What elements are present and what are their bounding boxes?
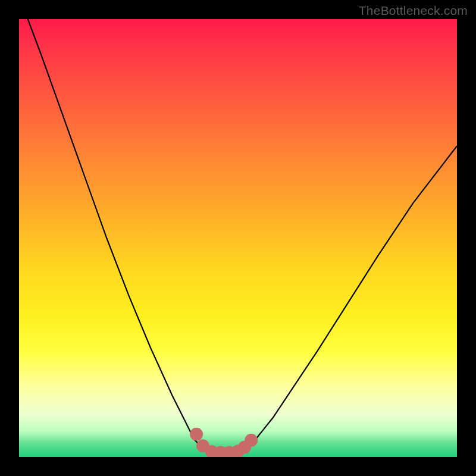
highlight-dot — [190, 428, 203, 441]
highlight-dot — [245, 434, 258, 447]
highlight-dots-group — [190, 428, 258, 457]
chart-frame: TheBottleneck.com — [0, 0, 476, 476]
plot-area — [19, 19, 457, 457]
chart-svg — [19, 19, 457, 457]
bottleneck-curve-path — [28, 19, 457, 453]
watermark-text: TheBottleneck.com — [359, 4, 468, 18]
